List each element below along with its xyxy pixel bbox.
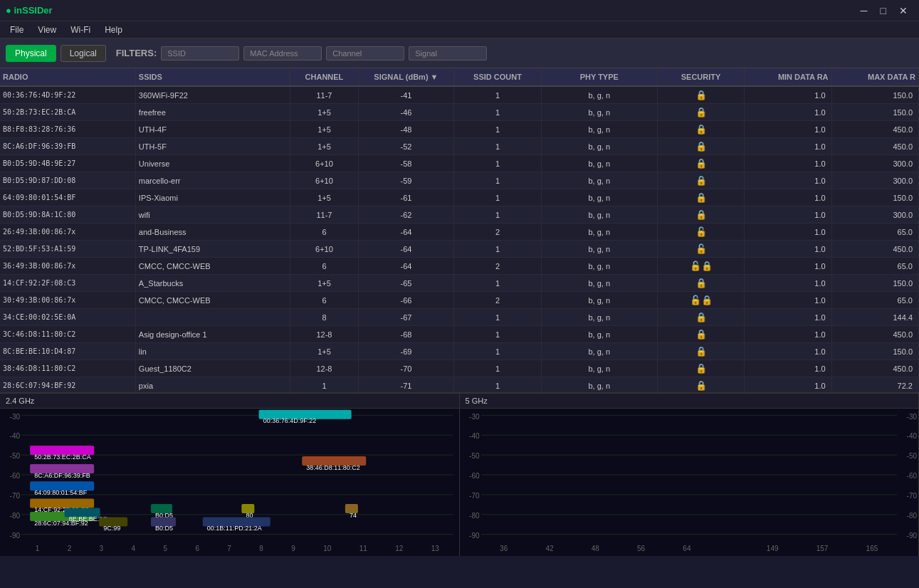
cell-ssidcount: 2 (454, 224, 541, 241)
x-label-7: 7 (227, 545, 231, 552)
cell-signal: -69 (358, 343, 454, 360)
cell-signal: -67 (358, 309, 454, 326)
cell-maxdata: 450.0 (831, 241, 918, 258)
cell-ssid: Asig design-office 1 (135, 326, 290, 343)
cell-radio: B0:D5:9D:4B:9E:27 (0, 155, 135, 172)
cell-phytype: b, g, n (541, 121, 657, 138)
table-row[interactable]: 38:46:D8:11:80:C2 Guest_1180C2 12-8 -70 … (0, 360, 919, 377)
table-row[interactable]: B0:D5:9D:4B:9E:27 Universe 6+10 -58 1 b,… (0, 155, 919, 172)
table-row[interactable]: 8C:BE:BE:10:D4:87 lin 1+5 -69 1 b, g, n … (0, 343, 919, 360)
x-label-10: 10 (323, 545, 331, 552)
cell-security: 🔒 (657, 309, 744, 326)
table-row[interactable]: 00:36:76:4D:9F:22 360WiFi-9F22 11-7 -41 … (0, 86, 919, 104)
table-row[interactable]: 30:49:3B:00:86:7x CMCC, CMCC-WEB 6 -66 2… (0, 292, 919, 309)
menu-help[interactable]: Help (99, 23, 128, 36)
menu-view[interactable]: View (32, 23, 62, 36)
channel-filter[interactable] (326, 46, 404, 61)
menu-wifi[interactable]: Wi-Fi (65, 23, 96, 36)
cell-maxdata: 150.0 (831, 104, 918, 121)
network-table: RADIO SSIDS CHANNEL SIGNAL (dBm) ▼ SSID … (0, 68, 919, 392)
table-row[interactable]: 34:CE:00:02:5E:0A 8 -67 1 b, g, n 🔒 1.0 … (0, 309, 919, 326)
signal-filter[interactable] (409, 46, 487, 61)
cell-channel: 6 (290, 224, 358, 241)
filterbar: Physical Logical FILTERS: (0, 38, 919, 68)
cell-mindata: 1.0 (745, 258, 831, 275)
cell-ssidcount: 1 (454, 360, 541, 377)
cell-mindata: 1.0 (745, 138, 831, 155)
cell-security: 🔒 (657, 275, 744, 292)
table-row[interactable]: 3C:46:D8:11:80:C2 Asig design-office 1 1… (0, 326, 919, 343)
chart-5ghz-title: 5 GHz (460, 394, 919, 409)
maximize-button[interactable]: □ (875, 4, 892, 18)
logical-button[interactable]: Logical (61, 45, 106, 62)
col-header-ssidcount[interactable]: SSID COUNT (454, 68, 541, 86)
cell-mindata: 1.0 (745, 121, 831, 138)
col-header-mindata[interactable]: MIN DATA RA (745, 68, 831, 86)
col-header-signal[interactable]: SIGNAL (dBm) ▼ (358, 68, 454, 86)
cell-phytype: b, g, n (541, 326, 657, 343)
mac-filter[interactable] (243, 46, 322, 61)
table-row[interactable]: B8:F8:83:28:76:36 UTH-4F 1+5 -48 1 b, g,… (0, 121, 919, 138)
table-row[interactable]: 50:2B:73:EC:2B:CA freefree 1+5 -46 1 b, … (0, 104, 919, 121)
cell-signal: -65 (358, 275, 454, 292)
y-axis-5-left: -30 -40 -50 -60 -70 -80 -90 (460, 409, 481, 541)
table-row[interactable]: 26:49:3B:00:86:7x and-Business 6 -64 2 b… (0, 224, 919, 241)
cell-radio: B0:D5:9D:87:DD:08 (0, 172, 135, 189)
col-header-ssid[interactable]: SSIDS (135, 68, 290, 86)
cell-maxdata: 450.0 (831, 138, 918, 155)
table-row[interactable]: B0:D5:9D:87:DD:08 marcello-err 6+10 -59 … (0, 172, 919, 189)
cell-channel: 11-7 (290, 86, 358, 104)
col-header-maxdata[interactable]: MAX DATA R (831, 68, 918, 86)
cell-radio: 14:CF:92:2F:08:C3 (0, 275, 135, 292)
cell-ssid: wifi (135, 206, 290, 224)
cell-phytype: b, g, n (541, 292, 657, 309)
svg-text:50:2B:73:EC:2B:CA: 50:2B:73:EC:2B:CA (34, 453, 91, 461)
col-header-security[interactable]: SECURITY (657, 68, 744, 86)
cell-security: 🔒 (657, 360, 744, 377)
cell-maxdata: 150.0 (831, 189, 918, 206)
cell-maxdata: 300.0 (831, 206, 918, 224)
cell-ssidcount: 1 (454, 206, 541, 224)
cell-maxdata: 300.0 (831, 172, 918, 189)
y-label-50: -50 (1, 452, 20, 460)
table-row[interactable]: 14:CF:92:2F:08:C3 A_Starbucks 1+5 -65 1 … (0, 275, 919, 292)
cell-channel: 1+5 (290, 121, 358, 138)
y-label-30: -30 (1, 413, 20, 421)
cell-maxdata: 450.0 (831, 360, 918, 377)
cell-radio: 28:6C:07:94:BF:92 (0, 377, 135, 393)
cell-maxdata: 72.2 (831, 377, 918, 393)
cell-signal: -59 (358, 172, 454, 189)
ssid-filter[interactable] (161, 46, 239, 61)
cell-ssid: pxia (135, 377, 290, 393)
svg-text:8C:A6:DF:96:39:FB: 8C:A6:DF:96:39:FB (34, 472, 90, 479)
cell-phytype: b, g, n (541, 155, 657, 172)
cell-mindata: 1.0 (745, 343, 831, 360)
menu-file[interactable]: File (4, 23, 29, 36)
cell-maxdata: 65.0 (831, 224, 918, 241)
table-row[interactable]: 64:09:80:01:54:BF IPS-Xiaomi 1+5 -61 1 b… (0, 189, 919, 206)
cell-ssid: CMCC, CMCC-WEB (135, 258, 290, 275)
close-button[interactable]: ✕ (893, 4, 913, 18)
x-label-6: 6 (195, 545, 199, 552)
cell-ssid (135, 309, 290, 326)
x-label-8: 8 (259, 545, 263, 552)
filters-label: FILTERS: (116, 48, 157, 58)
physical-button[interactable]: Physical (6, 45, 56, 62)
col-header-radio[interactable]: RADIO (0, 68, 135, 86)
table-row[interactable]: 8C:A6:DF:96:39:FB UTH-5F 1+5 -52 1 b, g,… (0, 138, 919, 155)
col-header-channel[interactable]: CHANNEL (290, 68, 358, 86)
table-row[interactable]: 52:BD:5F:53:A1:59 TP-LINK_4FA159 6+10 -6… (0, 241, 919, 258)
cell-channel: 1+5 (290, 104, 358, 121)
cell-channel: 12-8 (290, 360, 358, 377)
table-body: 00:36:76:4D:9F:22 360WiFi-9F22 11-7 -41 … (0, 86, 919, 392)
minimize-button[interactable]: ─ (855, 4, 873, 18)
cell-ssidcount: 1 (454, 121, 541, 138)
cell-phytype: b, g, n (541, 172, 657, 189)
table-row[interactable]: 36:49:3B:00:86:7x CMCC, CMCC-WEB 6 -64 2… (0, 258, 919, 275)
chart-24ghz-title: 2.4 GHz (0, 394, 459, 409)
col-header-phytype[interactable]: PHY TYPE (541, 68, 657, 86)
x-axis-24: 1 2 3 4 5 6 7 8 9 10 11 12 13 (21, 541, 453, 555)
table-row[interactable]: 28:6C:07:94:BF:92 pxia 1 -71 1 b, g, n 🔒… (0, 377, 919, 393)
cell-security: 🔒 (657, 86, 744, 104)
table-row[interactable]: B0:D5:9D:8A:1C:80 wifi 11-7 -62 1 b, g, … (0, 206, 919, 224)
